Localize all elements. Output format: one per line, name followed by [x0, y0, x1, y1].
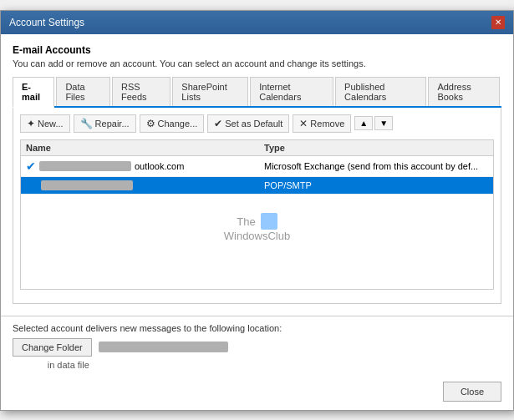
- title-bar: Account Settings ✕: [1, 11, 513, 34]
- check-icon: ✔: [26, 159, 36, 173]
- table-row[interactable]: POP/SMTP: [21, 177, 493, 195]
- move-down-button[interactable]: ▼: [374, 116, 393, 130]
- watermark-area: The WindowsClub: [21, 195, 493, 261]
- row1-name-suffix: outlook.com: [135, 161, 184, 171]
- move-buttons: ▲ ▼: [354, 116, 393, 130]
- change-label: Change...: [158, 119, 198, 129]
- tab-data-files[interactable]: Data Files: [56, 77, 110, 106]
- tab-email[interactable]: E-mail: [13, 77, 54, 108]
- accounts-table: Name Type ✔ outlook.com Microsoft Exchan…: [20, 139, 494, 290]
- new-label: New...: [38, 119, 64, 129]
- remove-button[interactable]: ✕ Remove: [293, 114, 351, 133]
- tab-rss-feeds[interactable]: RSS Feeds: [112, 77, 170, 106]
- tab-published-calendars[interactable]: Published Calendars: [335, 77, 426, 106]
- remove-label: Remove: [310, 119, 344, 129]
- new-button[interactable]: ✦ New...: [20, 114, 70, 133]
- tab-bar: E-mail Data Files RSS Feeds SharePoint L…: [13, 77, 501, 108]
- dialog-body: E-mail Accounts You can add or remove an…: [1, 34, 513, 312]
- repair-button[interactable]: 🔧 Repair...: [74, 114, 136, 133]
- row2-name: [26, 180, 264, 190]
- tab-address-books[interactable]: Address Books: [428, 77, 500, 106]
- set-default-button[interactable]: ✔ Set as Default: [207, 114, 289, 133]
- row1-name: ✔ outlook.com: [26, 159, 264, 173]
- tab-content-email: ✦ New... 🔧 Repair... ⚙ Change... ✔ Set a…: [13, 108, 501, 304]
- tab-sharepoint-lists[interactable]: SharePoint Lists: [172, 77, 248, 106]
- close-button[interactable]: Close: [443, 382, 501, 402]
- new-icon: ✦: [27, 118, 35, 129]
- row1-type: Microsoft Exchange (send from this accou…: [264, 161, 488, 171]
- footer-label: Selected account delivers new messages t…: [13, 323, 501, 333]
- row1-name-blurred: [39, 161, 131, 171]
- footer-row: Change Folder: [13, 338, 501, 357]
- watermark-content: The: [237, 213, 277, 230]
- repair-icon: 🔧: [80, 118, 93, 129]
- watermark-text-line1: The: [237, 215, 255, 228]
- remove-icon: ✕: [299, 118, 308, 129]
- row2-name-blurred: [41, 180, 133, 190]
- title-close-button[interactable]: ✕: [491, 16, 505, 29]
- section-description: You can add or remove an account. You ca…: [13, 58, 501, 68]
- change-folder-button[interactable]: Change Folder: [13, 338, 92, 357]
- tab-internet-calendars[interactable]: Internet Calendars: [250, 77, 333, 106]
- watermark-logo-icon: [261, 213, 277, 230]
- set-default-label: Set as Default: [225, 119, 282, 129]
- checkmark-icon: ✔: [214, 118, 222, 129]
- move-up-button[interactable]: ▲: [354, 116, 373, 130]
- account-settings-dialog: Account Settings ✕ E-mail Accounts You c…: [0, 10, 514, 411]
- type-column-header: Type: [264, 143, 488, 153]
- email-toolbar: ✦ New... 🔧 Repair... ⚙ Change... ✔ Set a…: [20, 114, 494, 133]
- dialog-title: Account Settings: [9, 17, 84, 28]
- watermark-text-line2: WindowsClub: [224, 230, 290, 242]
- change-button[interactable]: ⚙ Change...: [140, 114, 205, 133]
- footer-datafile-label: in data file: [13, 360, 501, 370]
- watermark: The WindowsClub: [224, 213, 290, 242]
- table-header: Name Type: [21, 140, 493, 156]
- name-column-header: Name: [26, 143, 264, 153]
- dialog-bottom-row: Close: [1, 378, 513, 410]
- folder-path-blurred: [99, 342, 228, 352]
- footer-section: Selected account delivers new messages t…: [1, 316, 513, 378]
- row2-type: POP/SMTP: [264, 180, 488, 190]
- table-row[interactable]: ✔ outlook.com Microsoft Exchange (send f…: [21, 156, 493, 177]
- section-heading: E-mail Accounts: [13, 44, 501, 56]
- change-icon: ⚙: [146, 118, 155, 129]
- repair-label: Repair...: [95, 119, 130, 129]
